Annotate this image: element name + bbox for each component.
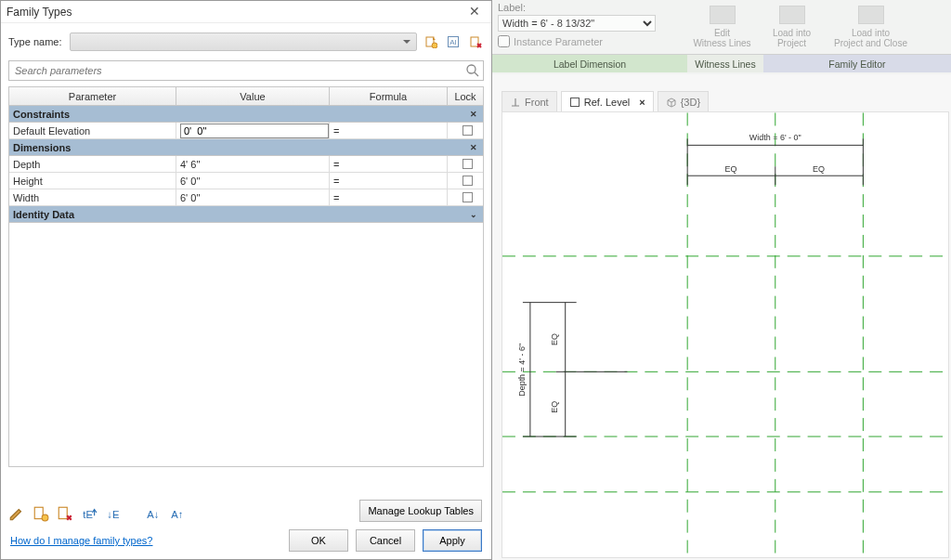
collapse-icon[interactable]: ✕ — [470, 143, 477, 152]
row-width: Width 6' 0" = — [9, 189, 483, 206]
header-lock[interactable]: Lock — [448, 87, 483, 105]
search-input[interactable] — [8, 60, 484, 81]
panel-witness-lines: Witness Lines — [687, 54, 763, 72]
row-default-elevation: Default Elevation = — [9, 123, 483, 139]
family-types-dialog: Family Types ✕ Type name: AI Parameter V… — [0, 0, 492, 560]
param-formula[interactable]: = — [330, 123, 448, 138]
new-parameter-button[interactable] — [33, 505, 49, 522]
grid-header: Parameter Value Formula Lock — [9, 87, 483, 106]
header-value[interactable]: Value — [176, 87, 330, 105]
type-name-label: Type name: — [8, 36, 64, 47]
svg-text:AI: AI — [449, 38, 457, 46]
ribbon-panel-strip: Label Dimension Witness Lines Family Edi… — [492, 54, 951, 72]
cube-icon — [666, 97, 677, 108]
svg-text:A↑: A↑ — [171, 509, 183, 520]
load-project-icon — [779, 6, 805, 24]
param-toolbar: tE ↓E A↓ A↑ — [8, 505, 187, 522]
header-formula[interactable]: Formula — [330, 87, 448, 105]
plan-icon — [569, 97, 580, 108]
tab-3d[interactable]: {3D} — [658, 91, 709, 111]
new-type-button[interactable] — [423, 33, 439, 50]
svg-point-29 — [42, 514, 48, 521]
row-height: Height 6' 0" = — [9, 173, 483, 189]
load-close-icon — [858, 6, 884, 24]
param-name[interactable]: Width — [9, 189, 176, 205]
delete-type-icon — [469, 35, 482, 48]
lock-checkbox[interactable] — [462, 125, 473, 136]
group-constraints[interactable]: Constraints ✕ — [9, 106, 483, 123]
rename-type-button[interactable]: AI — [445, 33, 462, 50]
parameter-grid: Parameter Value Formula Lock Constraints… — [8, 86, 484, 467]
instance-parameter-checkbox[interactable]: Instance Parameter — [498, 35, 682, 47]
close-icon[interactable]: × — [639, 97, 645, 108]
svg-rect-30 — [59, 507, 67, 518]
panel-family-editor: Family Editor — [763, 54, 951, 72]
row-depth: Depth 4' 6" = — [9, 156, 483, 173]
param-formula[interactable]: = — [330, 156, 448, 172]
lock-checkbox[interactable] — [462, 176, 473, 186]
titlebar: Family Types ✕ — [1, 1, 491, 23]
new-type-icon — [424, 35, 437, 48]
elevation-icon — [510, 97, 521, 108]
param-value[interactable]: 6' 0" — [176, 189, 330, 205]
tab-ref-level[interactable]: Ref. Level × — [561, 91, 654, 111]
help-link[interactable]: How do I manage family types? — [10, 535, 152, 546]
apply-button[interactable]: Apply — [423, 529, 482, 552]
drawing-canvas[interactable]: Width = 6' - 0" EQ EQ Depth = 4' - 6" EQ… — [502, 111, 949, 558]
param-name[interactable]: Height — [9, 173, 176, 189]
collapse-icon[interactable]: ✕ — [470, 110, 477, 119]
param-formula[interactable]: = — [330, 173, 448, 189]
eq-label: EQ — [813, 164, 825, 174]
width-dimension-label: Width = 6' - 0" — [749, 133, 801, 142]
eq-label: EQ — [550, 333, 559, 345]
instance-parameter-input[interactable] — [498, 35, 510, 47]
header-parameter[interactable]: Parameter — [9, 87, 176, 105]
edit-witness-icon — [710, 6, 736, 24]
eq-label: EQ — [725, 164, 737, 174]
type-name-dropdown[interactable] — [70, 33, 417, 51]
rename-type-icon: AI — [447, 35, 460, 48]
svg-text:↓E: ↓E — [107, 509, 120, 520]
view-tabs: Front Ref. Level × {3D} — [502, 91, 951, 111]
svg-point-26 — [467, 65, 476, 73]
param-name[interactable]: Default Elevation — [9, 123, 176, 138]
edit-parameter-button[interactable] — [8, 505, 25, 522]
search-icon[interactable] — [465, 63, 480, 78]
param-name[interactable]: Depth — [9, 156, 176, 172]
manage-lookup-tables-button[interactable]: Manage Lookup Tables — [359, 500, 482, 522]
move-down-button[interactable]: ↓E — [105, 505, 122, 522]
svg-point-20 — [432, 43, 437, 48]
svg-rect-0 — [570, 98, 579, 106]
sort-asc-button[interactable]: A↓ — [146, 505, 163, 522]
svg-text:tE: tE — [83, 509, 93, 520]
expand-icon[interactable]: ⌄ — [470, 210, 477, 219]
sort-desc-button[interactable]: A↑ — [170, 505, 187, 522]
group-dimensions[interactable]: Dimensions ✕ — [9, 139, 483, 156]
lock-checkbox[interactable] — [462, 192, 473, 202]
svg-text:A↓: A↓ — [147, 509, 159, 520]
close-button[interactable]: ✕ — [463, 3, 486, 21]
depth-dimension-label: Depth = 4' - 6" — [517, 344, 527, 397]
group-identity-data[interactable]: Identity Data ⌄ — [9, 206, 483, 223]
panel-label-dimension: Label Dimension — [492, 54, 687, 72]
param-value[interactable]: 6' 0" — [176, 173, 330, 189]
param-formula[interactable]: = — [330, 189, 448, 205]
svg-rect-23 — [471, 37, 478, 46]
delete-type-button[interactable] — [467, 33, 484, 50]
dialog-title: Family Types — [7, 6, 72, 19]
ok-button[interactable]: OK — [289, 529, 348, 552]
param-value[interactable]: 4' 6" — [176, 156, 330, 172]
svg-line-27 — [475, 72, 478, 76]
label-caption: Label: — [498, 2, 682, 13]
delete-parameter-button[interactable] — [57, 505, 73, 522]
tab-front[interactable]: Front — [502, 91, 557, 111]
param-value-input[interactable] — [180, 124, 329, 138]
label-dropdown[interactable]: Width = 6' - 8 13/32" — [498, 15, 656, 32]
lock-checkbox[interactable] — [462, 159, 473, 169]
cancel-button[interactable]: Cancel — [356, 529, 415, 552]
move-up-button[interactable]: tE — [81, 505, 98, 522]
eq-label: EQ — [550, 401, 559, 413]
